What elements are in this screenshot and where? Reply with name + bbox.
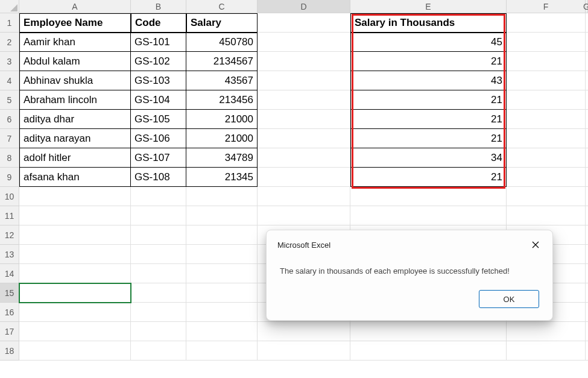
cell-B13[interactable] <box>131 245 186 264</box>
cell-D4[interactable] <box>258 71 350 90</box>
cell-A10[interactable] <box>19 187 131 206</box>
row-header-9[interactable]: 9 <box>0 168 19 187</box>
cell-D8[interactable] <box>258 148 350 168</box>
row-header-18[interactable]: 18 <box>0 341 19 361</box>
column-header-F[interactable]: F <box>507 0 586 13</box>
row-header-12[interactable]: 12 <box>0 225 19 245</box>
column-header-E[interactable]: E <box>350 0 507 13</box>
salary-thousands-cell[interactable]: 34 <box>350 148 507 168</box>
column-header-B[interactable]: B <box>131 0 186 13</box>
cell-D11[interactable] <box>258 206 350 225</box>
row-header-16[interactable]: 16 <box>0 303 19 322</box>
row-header-2[interactable]: 2 <box>0 33 19 52</box>
column-header-A[interactable]: A <box>19 0 131 13</box>
row-header-17[interactable]: 17 <box>0 322 19 341</box>
cell-C17[interactable] <box>186 322 258 341</box>
cell-C12[interactable] <box>186 225 258 245</box>
cell-B10[interactable] <box>131 187 186 206</box>
cell-G9[interactable] <box>586 168 588 187</box>
cell-E17[interactable] <box>350 322 507 341</box>
cell-F8[interactable] <box>507 148 586 168</box>
cell-D10[interactable] <box>258 187 350 206</box>
header-e[interactable]: Salary in Thousands <box>350 13 507 33</box>
salary-cell[interactable]: 21000 <box>186 129 258 148</box>
close-icon[interactable] <box>526 238 545 252</box>
employee-name-cell[interactable]: Abdul kalam <box>19 52 131 71</box>
row-header-3[interactable]: 3 <box>0 52 19 71</box>
cell-F6[interactable] <box>507 110 586 129</box>
salary-cell[interactable]: 43567 <box>186 71 258 90</box>
row-header-14[interactable]: 14 <box>0 264 19 283</box>
cell-G1[interactable] <box>586 13 588 33</box>
cell-D6[interactable] <box>258 110 350 129</box>
cell-F2[interactable] <box>507 33 586 52</box>
active-cell[interactable] <box>19 283 131 303</box>
cell-G14[interactable] <box>586 264 588 283</box>
row-header-4[interactable]: 4 <box>0 71 19 90</box>
row-header-5[interactable]: 5 <box>0 90 19 110</box>
column-header-D[interactable]: D <box>258 0 350 13</box>
code-cell[interactable]: GS-108 <box>131 168 186 187</box>
row-header-10[interactable]: 10 <box>0 187 19 206</box>
row-header-13[interactable]: 13 <box>0 245 19 264</box>
cell-C14[interactable] <box>186 264 258 283</box>
cell-G12[interactable] <box>586 225 588 245</box>
cell-D7[interactable] <box>258 129 350 148</box>
cell-D2[interactable] <box>258 33 350 52</box>
cell-G6[interactable] <box>586 110 588 129</box>
cell-F1[interactable] <box>507 13 586 33</box>
cell-D5[interactable] <box>258 90 350 110</box>
code-cell[interactable]: GS-106 <box>131 129 186 148</box>
employee-name-cell[interactable]: aditya narayan <box>19 129 131 148</box>
cell-C13[interactable] <box>186 245 258 264</box>
row-header-11[interactable]: 11 <box>0 206 19 225</box>
row-header-1[interactable]: 1 <box>0 13 19 33</box>
code-cell[interactable]: GS-105 <box>131 110 186 129</box>
cell-G15[interactable] <box>586 283 588 303</box>
cell-E18[interactable] <box>350 341 507 361</box>
salary-thousands-cell[interactable]: 45 <box>350 33 507 52</box>
cell-B11[interactable] <box>131 206 186 225</box>
code-cell[interactable]: GS-101 <box>131 33 186 52</box>
cell-A17[interactable] <box>19 322 131 341</box>
cell-F9[interactable] <box>507 168 586 187</box>
code-cell[interactable]: GS-102 <box>131 52 186 71</box>
salary-cell[interactable]: 34789 <box>186 148 258 168</box>
salary-thousands-cell[interactable]: 43 <box>350 71 507 90</box>
cell-B16[interactable] <box>131 303 186 322</box>
cell-F5[interactable] <box>507 90 586 110</box>
cell-F4[interactable] <box>507 71 586 90</box>
ok-button[interactable]: OK <box>479 290 539 308</box>
salary-cell[interactable]: 2134567 <box>186 52 258 71</box>
cell-D18[interactable] <box>258 341 350 361</box>
cell-G11[interactable] <box>586 206 588 225</box>
row-header-8[interactable]: 8 <box>0 148 19 168</box>
cell-A11[interactable] <box>19 206 131 225</box>
cell-G5[interactable] <box>586 90 588 110</box>
cell-E10[interactable] <box>350 187 507 206</box>
cell-D17[interactable] <box>258 322 350 341</box>
header-a[interactable]: Employee Name <box>19 13 131 33</box>
row-header-15[interactable]: 15 <box>0 283 19 303</box>
salary-thousands-cell[interactable]: 21 <box>350 129 507 148</box>
salary-thousands-cell[interactable]: 21 <box>350 110 507 129</box>
cell-D3[interactable] <box>258 52 350 71</box>
column-header-G[interactable]: G <box>586 0 588 13</box>
cell-D9[interactable] <box>258 168 350 187</box>
cell-A12[interactable] <box>19 225 131 245</box>
cell-F10[interactable] <box>507 187 586 206</box>
cell-C16[interactable] <box>186 303 258 322</box>
salary-cell[interactable]: 21345 <box>186 168 258 187</box>
salary-cell[interactable]: 450780 <box>186 33 258 52</box>
code-cell[interactable]: GS-103 <box>131 71 186 90</box>
cell-D1[interactable] <box>258 13 350 33</box>
employee-name-cell[interactable]: adolf hitler <box>19 148 131 168</box>
cell-C11[interactable] <box>186 206 258 225</box>
cell-B17[interactable] <box>131 322 186 341</box>
cell-B15[interactable] <box>131 283 186 303</box>
select-all-corner[interactable] <box>0 0 19 13</box>
cell-C15[interactable] <box>186 283 258 303</box>
code-cell[interactable]: GS-107 <box>131 148 186 168</box>
salary-cell[interactable]: 213456 <box>186 90 258 110</box>
cell-G13[interactable] <box>586 245 588 264</box>
